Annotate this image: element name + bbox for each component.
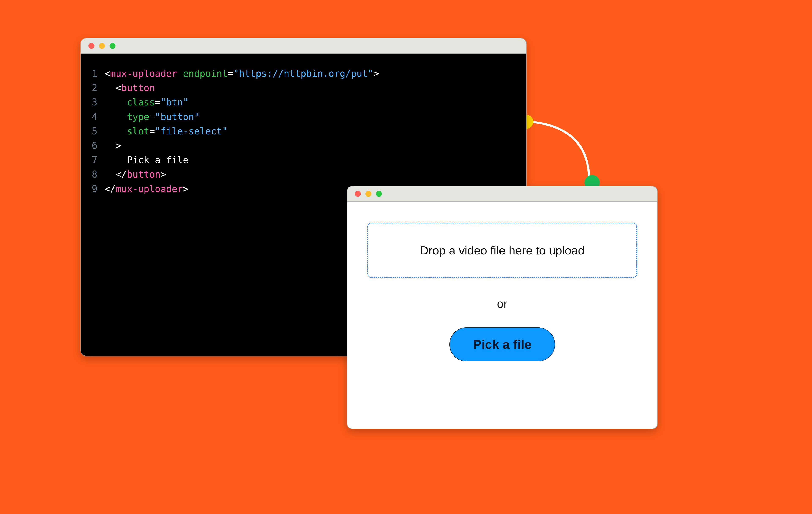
line-number: 8 <box>92 167 105 182</box>
code-content: slot="file-select" <box>105 124 228 139</box>
code-line: 7 Pick a file <box>92 153 515 167</box>
uploader-body: Drop a video file here to upload or Pick… <box>347 202 657 429</box>
line-number: 5 <box>92 124 105 139</box>
code-line: 2 <button <box>92 81 515 95</box>
line-number: 6 <box>92 139 105 153</box>
uploader-preview-window: Drop a video file here to upload or Pick… <box>347 186 658 429</box>
close-icon[interactable] <box>355 191 361 197</box>
code-line: 6 > <box>92 139 515 153</box>
line-number: 7 <box>92 153 105 167</box>
code-window-titlebar <box>81 38 526 54</box>
code-content: </mux-uploader> <box>105 182 188 196</box>
pick-file-button[interactable]: Pick a file <box>450 327 555 361</box>
code-content: <button <box>105 81 155 95</box>
code-content: </button> <box>105 167 166 182</box>
zoom-icon[interactable] <box>376 191 382 197</box>
code-content: class="btn" <box>105 95 188 110</box>
code-line: 5 slot="file-select" <box>92 124 515 139</box>
code-line: 1<mux-uploader endpoint="https://httpbin… <box>92 66 515 81</box>
code-line: 8 </button> <box>92 167 515 182</box>
close-icon[interactable] <box>88 43 94 49</box>
code-line: 4 type="button" <box>92 110 515 124</box>
line-number: 1 <box>92 66 105 81</box>
minimize-icon[interactable] <box>366 191 371 197</box>
video-dropzone[interactable]: Drop a video file here to upload <box>367 223 637 278</box>
code-content: <mux-uploader endpoint="https://httpbin.… <box>105 66 379 81</box>
code-content: > <box>105 139 121 153</box>
code-content: Pick a file <box>105 153 188 167</box>
code-line: 3 class="btn" <box>92 95 515 110</box>
dropzone-label: Drop a video file here to upload <box>420 243 584 257</box>
line-number: 4 <box>92 110 105 124</box>
uploader-window-titlebar <box>347 186 657 202</box>
line-number: 2 <box>92 81 105 95</box>
zoom-icon[interactable] <box>110 43 115 49</box>
line-number: 3 <box>92 95 105 110</box>
line-number: 9 <box>92 182 105 196</box>
or-label: or <box>497 297 508 310</box>
minimize-icon[interactable] <box>99 43 105 49</box>
connector-curve <box>526 118 596 186</box>
code-content: type="button" <box>105 110 200 124</box>
